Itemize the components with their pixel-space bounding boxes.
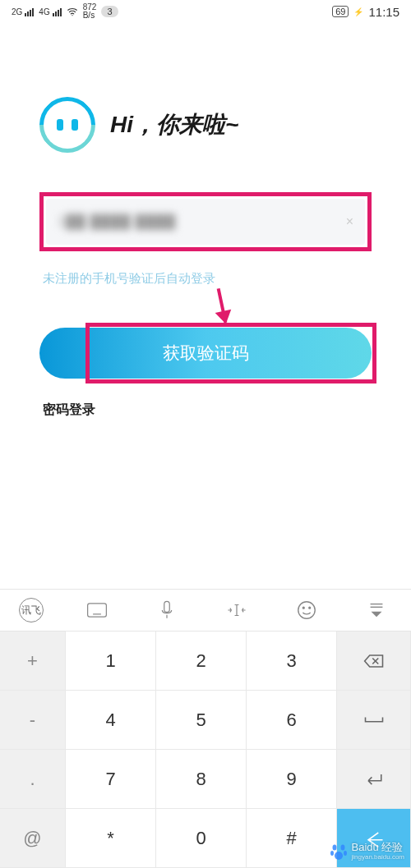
- svg-point-13: [298, 602, 314, 618]
- key-6[interactable]: 6: [247, 691, 337, 750]
- svg-rect-0: [87, 604, 106, 617]
- keyboard: 讯飞 + 1 2 3 - 4 5 6 .: [0, 589, 411, 868]
- key-plus[interactable]: +: [0, 631, 66, 691]
- watermark: Baidu 经验 jingyan.baidu.com: [329, 842, 404, 861]
- signal-2g: 2G: [12, 7, 34, 16]
- key-at[interactable]: @: [0, 809, 66, 868]
- header-row: Hi，你来啦~: [39, 97, 372, 153]
- watermark-text: Baidu 经验 jingyan.baidu.com: [352, 842, 404, 861]
- key-9[interactable]: 9: [247, 750, 337, 809]
- phone-input-highlight: 1██ ████ ████ ×: [39, 192, 372, 251]
- svg-point-22: [330, 851, 334, 856]
- svg-point-14: [302, 607, 304, 609]
- button-wrap: 获取验证码: [39, 328, 372, 379]
- phone-value: 1██ ████ ████: [58, 214, 346, 229]
- key-backspace[interactable]: [337, 631, 411, 691]
- status-bar: 2G 4G 872 B/s 3 69 ⚡ 11:15: [0, 0, 411, 23]
- svg-point-24: [335, 852, 343, 860]
- signal-4g-label: 4G: [39, 7, 49, 16]
- clock: 11:15: [368, 5, 399, 19]
- key-star[interactable]: *: [66, 809, 156, 868]
- key-0[interactable]: 0: [156, 809, 247, 868]
- wifi-icon: [67, 6, 78, 17]
- svg-point-20: [332, 845, 336, 851]
- collapse-keyboard-icon[interactable]: [360, 594, 393, 627]
- key-8[interactable]: 8: [156, 750, 247, 809]
- key-return[interactable]: [337, 750, 411, 809]
- signal-2g-label: 2G: [12, 7, 22, 16]
- signal-4g: 4G: [39, 7, 61, 16]
- app-logo: [28, 85, 107, 164]
- key-dot[interactable]: .: [0, 750, 66, 809]
- key-5[interactable]: 5: [156, 691, 247, 750]
- ime-switch-button[interactable]: 讯飞: [19, 598, 44, 622]
- battery-indicator: 69: [332, 6, 349, 17]
- key-1[interactable]: 1: [66, 631, 156, 691]
- annotation-arrow: [72, 288, 372, 323]
- cursor-mode-icon[interactable]: [220, 594, 253, 627]
- notification-badge: 3: [101, 6, 118, 17]
- password-login-link[interactable]: 密码登录: [43, 402, 372, 419]
- key-4[interactable]: 4: [66, 691, 156, 750]
- baidu-paw-icon: [329, 842, 349, 861]
- status-right: 69 ⚡ 11:15: [332, 5, 399, 19]
- key-7[interactable]: 7: [66, 750, 156, 809]
- svg-rect-10: [164, 601, 169, 612]
- svg-point-21: [340, 845, 344, 851]
- keyboard-layout-icon[interactable]: [81, 594, 113, 627]
- status-left: 2G 4G 872 B/s 3: [12, 3, 118, 20]
- speed-unit: B/s: [83, 11, 97, 20]
- clear-icon[interactable]: ×: [346, 214, 353, 229]
- greeting-text: Hi，你来啦~: [110, 109, 238, 140]
- voice-input-icon[interactable]: [150, 594, 183, 627]
- network-speed: 872 B/s: [83, 3, 97, 20]
- key-3[interactable]: 3: [247, 631, 337, 691]
- keyboard-toolbar: 讯飞: [0, 589, 411, 631]
- svg-point-23: [344, 851, 347, 856]
- login-screen: Hi，你来啦~ 1██ ████ ████ × 未注册的手机号验证后自动登录 获…: [0, 97, 411, 419]
- phone-input[interactable]: 1██ ████ ████ ×: [46, 199, 365, 245]
- charging-icon: ⚡: [353, 7, 363, 16]
- key-space[interactable]: [337, 691, 411, 750]
- get-code-button[interactable]: 获取验证码: [39, 328, 372, 379]
- hint-text: 未注册的手机号验证后自动登录: [43, 271, 372, 287]
- key-minus[interactable]: -: [0, 691, 66, 750]
- key-2[interactable]: 2: [156, 631, 247, 691]
- keyboard-grid: + 1 2 3 - 4 5 6 . 7 8 9 @ * 0 #: [0, 631, 411, 868]
- svg-point-15: [308, 607, 310, 609]
- key-hash[interactable]: #: [247, 809, 337, 868]
- emoji-icon[interactable]: [290, 594, 323, 627]
